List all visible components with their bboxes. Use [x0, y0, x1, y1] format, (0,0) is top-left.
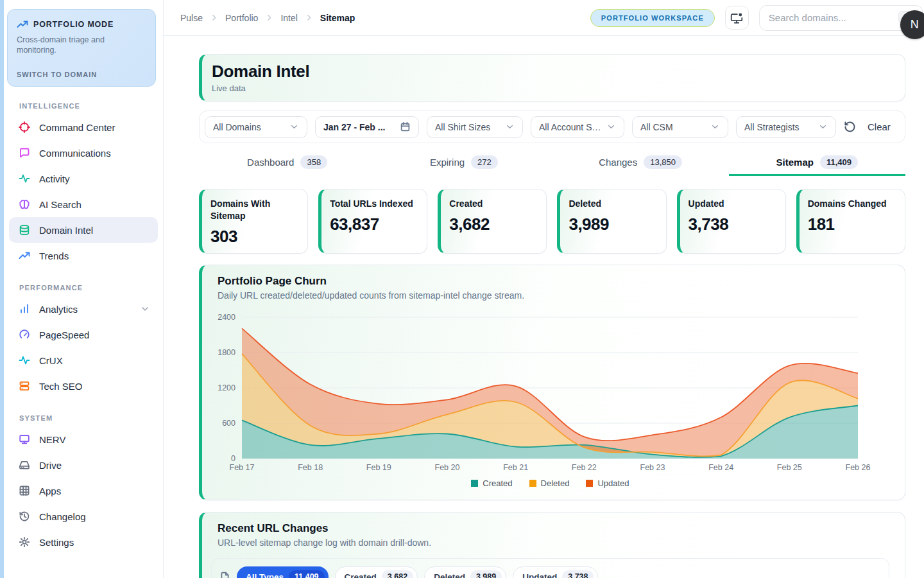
tab-expiring[interactable]: Expiring272 [375, 152, 552, 176]
monitor-dot-icon [730, 12, 743, 24]
stat-value: 63,837 [330, 215, 418, 234]
chevron-right-icon [209, 13, 219, 22]
filter-all-strategists[interactable]: All Strategists [736, 116, 836, 138]
sidebar-item-label: Changelog [39, 511, 150, 522]
svg-text:Feb 25: Feb 25 [777, 463, 802, 472]
sidebar-item-label: CrUX [39, 355, 150, 366]
sidebar-item-tech-seo[interactable]: Tech SEO [9, 373, 158, 399]
sidebar-item-label: AI Search [39, 199, 150, 210]
sidebar-section-intelligence: INTELLIGENCE [19, 102, 163, 110]
svg-text:1200: 1200 [218, 383, 235, 392]
legend-swatch [529, 480, 536, 487]
tabs: Dashboard358Expiring272Changes13,850Site… [199, 152, 905, 176]
recent-subtitle: URL-level sitemap change log with domain… [218, 538, 889, 548]
filter-all-shirt-sizes[interactable]: All Shirt Sizes [427, 116, 523, 138]
svg-text:0: 0 [231, 454, 235, 463]
sidebar-item-ai-search[interactable]: AI Search [9, 191, 158, 217]
sidebar-item-crux[interactable]: CrUX [9, 347, 158, 373]
tab-changes[interactable]: Changes13,850 [552, 152, 728, 176]
stat-label: Total URLs Indexed [330, 198, 418, 210]
recent-changes-card: Recent URL Changes URL-level sitemap cha… [199, 512, 905, 578]
screen-share-button[interactable] [725, 6, 749, 30]
tab-sitemap[interactable]: Sitemap11,409 [729, 152, 905, 176]
tab-label: Changes [599, 157, 637, 168]
sidebar-item-label: PageSpeed [39, 329, 150, 340]
stat-card-domains-changed: Domains Changed181 [796, 189, 905, 254]
type-filter-count: 3,682 [382, 570, 413, 578]
type-filter-count: 3,989 [470, 570, 502, 578]
sidebar-item-label: Activity [39, 173, 150, 184]
sidebar-item-changelog[interactable]: Changelog [9, 504, 158, 529]
svg-text:Feb 26: Feb 26 [846, 463, 871, 472]
sidebar-item-communications[interactable]: Communications [9, 140, 158, 166]
sidebar-item-apps[interactable]: Apps [9, 478, 158, 504]
file-icon [219, 572, 230, 578]
type-filter-created[interactable]: Created3,682 [335, 566, 418, 578]
type-filter-count: 3,738 [562, 570, 594, 578]
message-icon [19, 147, 30, 159]
type-filter-toolbar: All Types11,409Created3,682Deleted3,989U… [211, 558, 889, 578]
page-subtitle: Live data [212, 83, 895, 93]
sidebar-item-settings[interactable]: Settings [9, 529, 158, 555]
clear-filters-button[interactable]: Clear [868, 121, 891, 132]
svg-text:2400: 2400 [218, 313, 235, 322]
svg-text:Feb 21: Feb 21 [503, 463, 528, 472]
filter-jan-27-feb[interactable]: Jan 27 - Feb ... [315, 116, 419, 138]
stat-value: 181 [808, 215, 896, 234]
breadcrumb-intel[interactable]: Intel [280, 13, 297, 23]
sidebar-item-trends[interactable]: Trends [9, 243, 158, 268]
portfolio-mode-description: Cross-domain triage and monitoring. [17, 35, 146, 56]
tab-dashboard[interactable]: Dashboard358 [199, 152, 375, 176]
sidebar-section-system: SYSTEM [19, 414, 163, 422]
database-icon [19, 224, 30, 236]
sidebar-item-domain-intel[interactable]: Domain Intel [9, 217, 158, 243]
sidebar-item-analytics[interactable]: Analytics [9, 296, 158, 322]
sidebar-item-label: Trends [39, 250, 150, 261]
breadcrumb: PulsePortfolioIntelSitemap [180, 13, 355, 23]
sidebar-item-nerv[interactable]: NERV [9, 426, 158, 452]
breadcrumb-portfolio[interactable]: Portfolio [225, 13, 258, 23]
sidebar-item-pagespeed[interactable]: PageSpeed [9, 322, 158, 347]
sidebar-item-command-center[interactable]: Command Center [9, 114, 158, 140]
trending-up-icon [17, 19, 28, 30]
stat-value: 3,682 [449, 215, 538, 234]
sidebar-item-label: Settings [39, 537, 150, 548]
legend-swatch [586, 480, 593, 487]
filter-all-account-st[interactable]: All Account St... [531, 116, 624, 138]
activity-icon [19, 173, 30, 184]
file-icon [219, 572, 230, 578]
stat-cards: Domains With Sitemap303Total URLs Indexe… [199, 189, 905, 254]
breadcrumb-separator [304, 13, 314, 22]
legend-swatch [471, 480, 478, 487]
history-icon [19, 511, 30, 522]
chevron-down-icon [606, 122, 616, 132]
filter-all-csm[interactable]: All CSM [632, 116, 728, 138]
chart-card: Portfolio Page Churn Daily URL created/d… [199, 265, 905, 500]
filter-all-domains[interactable]: All Domains [205, 116, 307, 138]
sidebar-item-label: Domain Intel [39, 225, 150, 236]
tab-count-badge: 358 [300, 155, 327, 169]
chart-legend: CreatedDeletedUpdated [211, 478, 889, 488]
brain-icon [19, 198, 30, 210]
reset-filters-button[interactable] [844, 121, 856, 133]
workspace-badge: PORTFOLIO WORKSPACE [590, 9, 715, 27]
tab-count-badge: 11,409 [820, 155, 858, 169]
sidebar-item-activity[interactable]: Activity [9, 166, 158, 191]
breadcrumb-pulse[interactable]: Pulse [180, 13, 203, 23]
stat-label: Deleted [569, 198, 657, 210]
chevron-down-icon [140, 304, 150, 314]
tab-label: Sitemap [776, 157, 814, 168]
type-filter-all-types[interactable]: All Types11,409 [237, 566, 329, 578]
chevron-down-icon [289, 122, 299, 132]
gauge-icon [19, 329, 30, 340]
page-header-card: Domain Intel Live data [199, 54, 905, 101]
type-filter-label: Deleted [434, 572, 465, 578]
type-filter-deleted[interactable]: Deleted3,989 [424, 566, 506, 578]
svg-text:1800: 1800 [218, 348, 235, 357]
svg-text:Feb 22: Feb 22 [572, 463, 597, 472]
switch-to-domain-button[interactable]: SWITCH TO DOMAIN [17, 71, 146, 78]
type-filter-updated[interactable]: Updated3,738 [513, 566, 598, 578]
sidebar-item-drive[interactable]: Drive [9, 452, 158, 478]
breadcrumb-sitemap: Sitemap [320, 13, 355, 23]
stat-label: Created [449, 198, 538, 210]
